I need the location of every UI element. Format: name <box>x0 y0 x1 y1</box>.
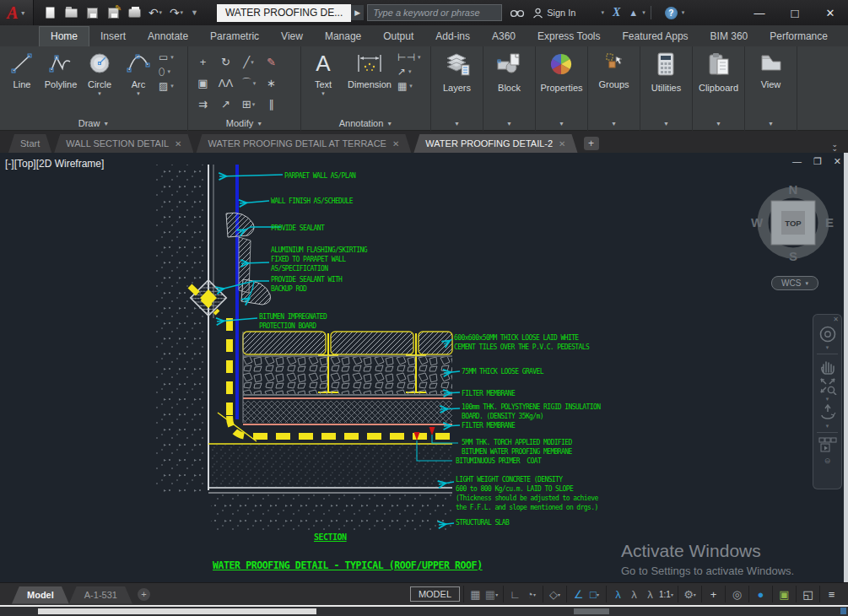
circled-minus-icon[interactable]: ⊖ <box>824 457 831 465</box>
pan-hand-icon[interactable] <box>818 358 837 375</box>
circle-tool-button[interactable]: Circle▼ <box>81 50 118 96</box>
scrollbar-thumb[interactable] <box>38 608 316 614</box>
properties-panel-expander[interactable]: ▼ <box>536 116 587 131</box>
ribbon-tab-home[interactable]: Home <box>39 26 89 46</box>
dimension-tool-button[interactable]: Dimension <box>343 50 396 89</box>
text-tool-button[interactable]: AText▼ <box>305 50 342 96</box>
utilities-button[interactable]: Utilities <box>651 50 681 93</box>
view-panel-expander[interactable]: ▼ <box>745 116 797 131</box>
rectangle-tool-button[interactable]: ▭▾ <box>159 51 174 63</box>
close-tab-icon[interactable]: ✕ <box>175 139 181 149</box>
model-tab[interactable]: Model <box>12 586 69 604</box>
doc-restore-button[interactable]: ❐ <box>813 156 822 167</box>
add-layout-button[interactable]: + <box>138 588 150 601</box>
chevron-down-icon[interactable]: ▼ <box>825 397 830 402</box>
model-space-button[interactable]: MODEL <box>410 586 460 602</box>
stretch-button[interactable]: ⇉ <box>192 94 214 115</box>
scale-button[interactable]: ↗ <box>214 94 237 115</box>
ribbon-tab-annotate[interactable]: Annotate <box>137 27 199 46</box>
ribbon-tab-performance[interactable]: Performance <box>759 27 839 46</box>
polyline-tool-button[interactable]: Polyline <box>42 50 79 89</box>
fillet-button[interactable]: ⌒▾ <box>237 73 260 94</box>
explode-button[interactable]: ∗ <box>260 73 283 94</box>
ribbon-tab-insert[interactable]: Insert <box>89 27 137 46</box>
autocad-logo[interactable]: A ▼ <box>0 0 34 25</box>
sign-in-menu[interactable]: Sign In ▾ <box>532 8 604 19</box>
mirror-button[interactable]: ΛΛ <box>214 73 237 94</box>
groups-panel-expander[interactable]: ▼ <box>588 116 640 131</box>
table-tool-button[interactable]: ▦▾ <box>397 80 420 92</box>
vertical-scrollbar[interactable] <box>844 153 848 582</box>
layout-tab-a-1-531[interactable]: A-1-531 <box>69 586 132 604</box>
groups-button[interactable]: Groups <box>598 50 629 89</box>
copy-button[interactable]: ▣ <box>192 73 214 94</box>
ribbon-tab-bim-360[interactable]: BIM 360 <box>699 27 759 46</box>
navigation-wheel-icon[interactable] <box>818 325 837 343</box>
orbit-icon[interactable] <box>818 403 837 422</box>
snap-mode-toggle[interactable]: ▦▾ <box>484 586 499 602</box>
hardware-acceleration-toggle[interactable]: ● <box>753 586 768 602</box>
draw-panel-label[interactable]: Draw▼ <box>0 116 187 131</box>
isolate-objects-toggle[interactable]: ◎ <box>730 586 744 602</box>
title-expand-arrow-icon[interactable]: ▶ <box>351 5 364 20</box>
leader-tool-button[interactable]: ↗▾ <box>397 66 420 78</box>
maximize-button[interactable]: □ <box>777 1 813 24</box>
erase-button[interactable]: ✎ <box>260 51 283 73</box>
block-button[interactable]: Block <box>495 50 524 93</box>
tab-overflow-chevrons-icon[interactable]: ⌄⌄ <box>831 143 838 151</box>
properties-button[interactable]: Properties <box>540 50 582 93</box>
save-as-button[interactable] <box>105 5 121 20</box>
file-tab-water-proofing-detail-at-terrace[interactable]: WATER PROOFING DETAIL AT TERRACE✕ <box>196 134 411 153</box>
annotation-scale-toggle[interactable]: λ <box>643 586 657 602</box>
ribbon-tab-manage[interactable]: Manage <box>314 27 372 46</box>
isometric-drafting-toggle[interactable]: ◇▾ <box>548 586 562 602</box>
save-button[interactable] <box>84 5 100 20</box>
wcs-dropdown[interactable]: WCS ▾ <box>771 276 818 290</box>
offset-button[interactable]: ∥ <box>260 94 283 115</box>
annotation-visibility-toggle[interactable]: λ <box>611 586 625 602</box>
file-tab-water-proofing-detail-2[interactable]: WATER PROOFING DETAIL-2✕ <box>413 134 577 153</box>
close-button[interactable]: ✕ <box>813 1 848 24</box>
tray-plus-toggle[interactable]: + <box>706 586 721 602</box>
scrollbar-segment[interactable] <box>574 608 609 614</box>
qat-customize-button[interactable]: ▼ <box>191 8 198 17</box>
doc-minimize-button[interactable]: — <box>792 156 802 167</box>
open-file-button[interactable] <box>63 5 78 20</box>
ellipse-tool-button[interactable]: ⬯▾ <box>159 66 174 78</box>
doc-close-button[interactable]: ✕ <box>834 156 841 167</box>
clipboard-panel-expander[interactable]: ▼ <box>693 116 744 131</box>
zoom-extents-icon[interactable] <box>818 376 837 395</box>
infocenter-search-input[interactable] <box>367 4 502 21</box>
chevron-down-icon[interactable]: ▼ <box>825 345 830 350</box>
ortho-mode-toggle[interactable]: ∟ <box>508 586 522 602</box>
ribbon-tab-output[interactable]: Output <box>372 27 424 46</box>
arc-tool-button[interactable]: Arc▼ <box>120 50 157 96</box>
fullscreen-toggle[interactable]: ◱ <box>801 586 815 602</box>
exchange-apps-button[interactable]: X <box>613 6 620 19</box>
viewport-controls[interactable]: [-][Top][2D Wireframe] <box>5 158 104 170</box>
ribbon-tab-add-ins[interactable]: Add-ins <box>424 27 481 46</box>
utilities-panel-expander[interactable]: ▼ <box>640 116 692 131</box>
modify-panel-label[interactable]: Modify▼ <box>188 116 300 131</box>
new-drawing-tab-button[interactable]: + <box>584 137 599 150</box>
drawing-canvas[interactable]: [-][Top][2D Wireframe] — ❐ ✕ <box>0 153 848 582</box>
block-panel-expander[interactable]: ▼ <box>483 116 535 131</box>
grid-display-toggle[interactable]: ▦ <box>468 586 483 602</box>
rotate-button[interactable]: ↻ <box>214 51 237 73</box>
close-tab-icon[interactable]: ✕ <box>392 139 399 149</box>
move-button[interactable]: + <box>192 51 214 73</box>
hatch-tool-button[interactable]: ▨▾ <box>159 80 174 92</box>
customization-gear-toggle[interactable]: ⚙▾ <box>683 586 697 602</box>
scale-value[interactable]: 1:1▾ <box>659 586 673 602</box>
chevron-down-icon[interactable]: ▼ <box>825 424 830 429</box>
line-tool-button[interactable]: Line <box>3 50 41 89</box>
clean-screen-toggle[interactable]: ▣ <box>777 586 791 602</box>
navbar-close-icon[interactable]: ✕ <box>833 316 839 323</box>
clipboard-button[interactable]: Clipboard <box>699 50 738 93</box>
array-button[interactable]: ⊞▾ <box>237 94 260 115</box>
view-button[interactable]: View <box>759 50 784 89</box>
object-snap-tracking-toggle[interactable]: ∠ <box>571 586 586 602</box>
plot-button[interactable] <box>127 5 142 20</box>
file-tab-start[interactable]: Start <box>8 134 51 153</box>
trim-button[interactable]: ╱▾ <box>237 51 260 73</box>
